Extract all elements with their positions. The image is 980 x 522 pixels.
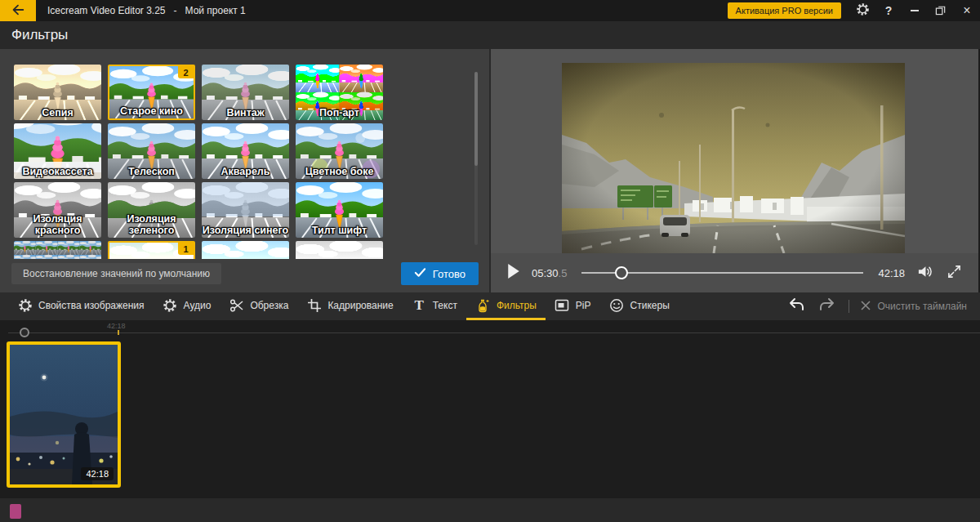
window-title: Icecream Video Editor 3.25 - Мой проект … xyxy=(47,5,246,16)
tab-label: Аудио xyxy=(184,300,212,311)
panel-header: Фильтры xyxy=(0,21,980,49)
tab-trim[interactable]: Обрезка xyxy=(220,292,297,320)
playhead-handle[interactable] xyxy=(20,328,29,337)
crop-icon xyxy=(306,297,322,313)
filter-thumb-sepia[interactable]: Сепия xyxy=(14,65,101,120)
filter-thumb-old-film[interactable]: Старое кино 2 xyxy=(108,65,195,120)
tab-label: Свойства изображения xyxy=(38,300,145,311)
filter-thumb-green-isolation[interactable]: Изоляция зеленого xyxy=(108,182,195,238)
filter-flask-icon xyxy=(475,297,491,313)
timeline-ruler xyxy=(8,332,980,333)
scrollbar-thumb[interactable] xyxy=(474,72,478,166)
close-button[interactable]: × xyxy=(954,0,980,21)
back-button[interactable] xyxy=(0,0,36,21)
toolbar-divider xyxy=(849,300,849,313)
tab-label: Кадрирование xyxy=(327,300,393,311)
done-button[interactable]: Готово xyxy=(401,262,479,285)
app-window: Icecream Video Editor 3.25 - Мой проект … xyxy=(0,0,980,522)
titlebar: Icecream Video Editor 3.25 - Мой проект … xyxy=(0,0,980,21)
tab-crop[interactable]: Кадрирование xyxy=(297,292,402,320)
preview-panel: 05:30.5 42:18 xyxy=(491,49,978,292)
minimize-button[interactable] xyxy=(902,0,928,21)
help-icon: ? xyxy=(885,4,893,17)
activate-pro-button[interactable]: Активация PRO версии xyxy=(728,2,841,19)
volume-icon xyxy=(916,264,933,283)
title-separator: - xyxy=(174,5,177,16)
filter-thumb-red-isolation[interactable]: Изоляция красного xyxy=(14,182,101,238)
play-button[interactable] xyxy=(506,265,522,281)
redo-button[interactable] xyxy=(817,298,837,315)
filter-thumb-color-bokeh[interactable]: Цветное боке xyxy=(296,123,383,179)
minimize-icon xyxy=(911,10,919,11)
filter-thumb-warm[interactable]: 1 xyxy=(108,241,195,259)
audio-track-bar xyxy=(0,498,980,522)
play-icon xyxy=(507,264,520,282)
clear-x-icon xyxy=(861,301,871,313)
pip-icon xyxy=(555,297,570,313)
filter-thumb-pop-art[interactable]: Поп-арт xyxy=(296,65,383,120)
help-button[interactable]: ? xyxy=(875,0,902,21)
gear-icon xyxy=(856,2,870,19)
page-title: Фильтры xyxy=(11,27,68,43)
current-time: 05:30.5 xyxy=(532,267,567,279)
filter-thumb-vintage[interactable]: Винтаж xyxy=(202,65,289,120)
tab-audio[interactable]: Аудио xyxy=(154,292,220,320)
clear-timeline-label: Очистить таймлайн xyxy=(877,301,967,312)
filters-scrollbar[interactable] xyxy=(474,72,478,245)
tab-label: PiP xyxy=(576,300,591,311)
video-preview[interactable] xyxy=(562,63,905,253)
scissors-icon xyxy=(229,297,244,313)
tab-pip[interactable]: PiP xyxy=(546,292,600,320)
edit-toolbar: Свойства изображения Аудио Обрезка Кадри… xyxy=(0,292,980,320)
fullscreen-icon xyxy=(947,265,961,282)
tab-label: Обрезка xyxy=(250,300,288,311)
redo-icon xyxy=(819,297,835,315)
seek-knob[interactable] xyxy=(615,266,628,279)
player-controls: 05:30.5 42:18 xyxy=(491,253,978,292)
filter-thumb-cool[interactable] xyxy=(202,241,289,259)
filter-thumb-telescope[interactable]: Телескоп xyxy=(108,123,195,179)
total-time: 42:18 xyxy=(878,267,905,279)
filter-thumb-kaleidoscope[interactable] xyxy=(14,241,101,259)
restore-button[interactable] xyxy=(928,0,954,21)
seek-slider[interactable] xyxy=(581,266,863,279)
filters-panel: Сепия Старое кино 2 Винтаж xyxy=(0,49,491,292)
filter-thumb-gray[interactable] xyxy=(296,241,383,259)
smiley-icon xyxy=(609,297,625,313)
filter-thumb-tilt-shift[interactable]: Тилт шифт xyxy=(296,182,383,238)
clip-end-tick xyxy=(118,330,119,335)
fullscreen-button[interactable] xyxy=(944,264,964,282)
settings-button[interactable] xyxy=(849,0,875,21)
timeline-clip[interactable]: 42:18 xyxy=(7,341,121,488)
app-title: Icecream Video Editor 3.25 xyxy=(47,5,166,16)
close-icon: × xyxy=(963,3,970,18)
tab-text[interactable]: T Текст xyxy=(403,292,466,320)
tab-filters[interactable]: Фильтры xyxy=(466,292,546,320)
clear-timeline-button[interactable]: Очистить таймлайн xyxy=(861,301,967,313)
tab-label: Фильтры xyxy=(497,300,537,311)
reset-defaults-button[interactable]: Восстановление значений по умолчанию xyxy=(11,263,221,284)
filter-thumb-watercolor[interactable]: Акварель xyxy=(202,123,289,179)
clip-thumbnail xyxy=(10,345,118,484)
gear-icon xyxy=(17,297,33,313)
filters-grid: Сепия Старое кино 2 Винтаж xyxy=(0,49,489,259)
restore-icon xyxy=(935,4,947,18)
ruler-time-label: 42:18 xyxy=(107,322,126,330)
gear-icon xyxy=(163,297,178,313)
audio-clip-block[interactable] xyxy=(10,504,21,519)
back-arrow-icon xyxy=(11,2,25,20)
timeline[interactable]: 42:18 xyxy=(0,320,980,498)
filter-thumb-vhs[interactable]: Видеокассета xyxy=(14,123,101,179)
filter-thumb-blue-isolation[interactable]: Изоляция синего xyxy=(202,182,289,238)
check-icon xyxy=(414,267,426,280)
tab-stickers[interactable]: Стикеры xyxy=(600,292,679,320)
video-frame xyxy=(562,63,905,253)
project-name: Мой проект 1 xyxy=(185,5,246,16)
done-label: Готово xyxy=(433,268,466,280)
tab-label: Текст xyxy=(433,300,457,311)
tab-image-properties[interactable]: Свойства изображения xyxy=(8,292,154,320)
volume-button[interactable] xyxy=(915,264,934,282)
tab-label: Стикеры xyxy=(630,300,670,311)
undo-button[interactable] xyxy=(786,298,806,315)
undo-icon xyxy=(788,297,804,315)
